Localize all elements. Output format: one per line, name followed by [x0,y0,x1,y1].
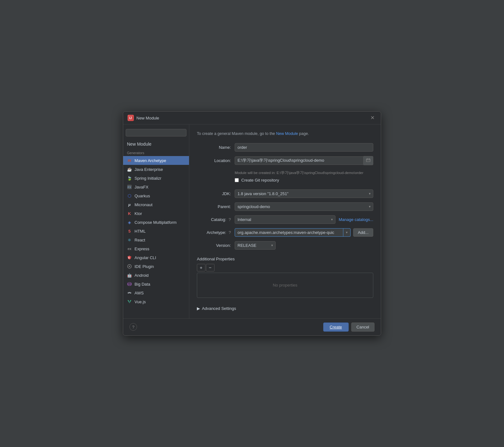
module-path-hint: Module will be created in: E:\学习\java学习\… [235,171,373,175]
sidebar-item-ktor[interactable]: K Ktor [123,209,189,218]
sidebar-item-aws[interactable]: AWS [123,288,189,297]
sidebar-item-android[interactable]: 🤖 Android [123,271,189,280]
name-input[interactable] [235,143,373,152]
cancel-button[interactable]: Cancel [351,322,375,332]
sidebar-item-label: React [135,238,145,242]
version-select[interactable]: RELEASE [235,241,276,250]
catalog-help-icon[interactable]: ? [229,217,231,222]
generators-label: Generators [123,150,189,156]
sidebar-item-compose[interactable]: ◈ Compose Multiplatform [123,218,189,227]
version-select-wrapper: RELEASE [235,241,276,250]
no-properties-label: No properties [273,283,297,287]
sidebar-item-label: IDE Plugin [135,264,154,269]
quarkus-icon: ⬡ [127,193,132,198]
version-label: Version: [197,243,235,248]
sidebar-item-label: Android [135,273,149,278]
manage-catalogs-link[interactable]: Manage catalogs... [339,217,373,222]
sidebar-item-spring-initializr[interactable]: 🍃 Spring Initializr [123,174,189,183]
main-content: To create a general Maven module, go to … [189,125,381,318]
express-icon: ex [127,246,132,251]
sidebar-item-label: Java Enterprise [135,167,163,172]
sidebar: New Module Generators m Maven Archetype … [123,125,189,318]
sidebar-item-label: AWS [135,291,144,295]
archetype-input-wrap: ▾ [235,228,351,237]
sidebar-item-label: Compose Multiplatform [135,220,177,225]
sidebar-item-vuejs[interactable]: Vue.js [123,297,189,306]
additional-properties-section: Additional Properties + − No properties [197,257,373,298]
sidebar-item-angular[interactable]: A Angular CLI [123,253,189,262]
ktor-icon: K [127,211,132,216]
help-button[interactable]: ? [129,323,137,331]
parent-select-wrapper: springcloud-demo [235,202,373,211]
javafx-icon: FX [127,184,132,189]
properties-table: No properties [197,273,373,298]
sidebar-item-quarkus[interactable]: ⬡ Quarkus [123,191,189,200]
archetype-dropdown-button[interactable]: ▾ [343,228,351,237]
sidebar-item-express[interactable]: ex Express [123,244,189,253]
new-module-link[interactable]: New Module [276,131,298,136]
create-git-checkbox[interactable] [235,178,239,182]
search-input[interactable] [126,129,186,136]
create-git-row: Create Git repository [235,178,373,183]
sidebar-item-label: Micronaut [135,202,152,207]
parent-select[interactable]: springcloud-demo [235,202,373,211]
sidebar-item-label: Maven Archetype [135,158,166,163]
catalog-label: Catalog: ? [197,217,235,222]
location-input[interactable] [235,156,364,165]
dialog-footer: ? Create Cancel [123,318,381,335]
dialog-title: New Module [136,116,159,120]
location-label: Location: [197,158,235,163]
jdk-select[interactable]: 1.8 java version "1.8.0_251" [235,189,373,198]
catalog-select[interactable]: Internal [235,215,335,224]
micronaut-icon: μ [127,202,132,207]
add-archetype-button[interactable]: Add... [353,228,373,237]
sidebar-item-html[interactable]: 5 HTML [123,227,189,235]
parent-row: Parent: springcloud-demo [197,202,373,211]
sidebar-item-label: Express [135,247,149,251]
location-input-group [235,156,373,165]
archetype-input[interactable] [235,228,343,237]
new-module-heading: New Module [123,140,189,150]
java-ee-icon: ☕ [127,167,132,172]
svg-text:A: A [128,257,130,259]
props-toolbar: + − [197,264,373,271]
name-row: Name: [197,143,373,152]
compose-icon: ◈ [127,220,132,225]
sidebar-item-maven-archetype[interactable]: m Maven Archetype [123,156,189,165]
sidebar-item-micronaut[interactable]: μ Micronaut [123,200,189,209]
sidebar-item-label: JavaFX [135,185,148,189]
svg-rect-15 [366,159,370,162]
sidebar-item-java-enterprise[interactable]: ☕ Java Enterprise [123,165,189,174]
sidebar-item-label: Spring Initializr [135,176,161,181]
jdk-label: JDK: [197,191,235,196]
advanced-settings-toggle[interactable]: ▶ Advanced Settings [197,305,373,312]
app-icon: IJ [128,115,134,121]
location-row: Location: [197,156,373,165]
ide-icon [127,264,132,269]
advanced-settings-section: ▶ Advanced Settings [197,305,373,312]
location-browse-button[interactable] [364,156,373,165]
info-bar: To create a general Maven module, go to … [197,131,373,137]
sidebar-item-label: Ktor [135,211,142,216]
angular-icon: A [127,255,132,260]
title-bar-left: IJ New Module [128,115,159,121]
dialog-body: New Module Generators m Maven Archetype … [123,125,381,318]
archetype-label: Archetype: ? [197,230,235,235]
sidebar-item-big-data[interactable]: Big Data [123,280,189,288]
archetype-row: Archetype: ? ▾ Add... [197,228,373,237]
archetype-help-icon[interactable]: ? [229,230,231,235]
vue-icon [127,299,132,304]
android-icon: 🤖 [127,273,132,278]
close-button[interactable]: ✕ [369,115,376,121]
remove-property-button[interactable]: − [206,264,215,271]
sidebar-item-ide-plugin[interactable]: IDE Plugin [123,262,189,271]
svg-text:IJ: IJ [129,116,132,120]
chevron-right-icon: ▶ [197,306,200,311]
add-property-button[interactable]: + [197,264,205,271]
create-button[interactable]: Create [323,322,349,332]
sidebar-item-react[interactable]: ⚛ React [123,235,189,244]
sidebar-item-javafx[interactable]: FX JavaFX [123,183,189,191]
catalog-row: Catalog: ? Internal Manage catalogs... [197,215,373,224]
maven-icon: m [127,158,132,163]
title-bar: IJ New Module ✕ [123,112,381,125]
